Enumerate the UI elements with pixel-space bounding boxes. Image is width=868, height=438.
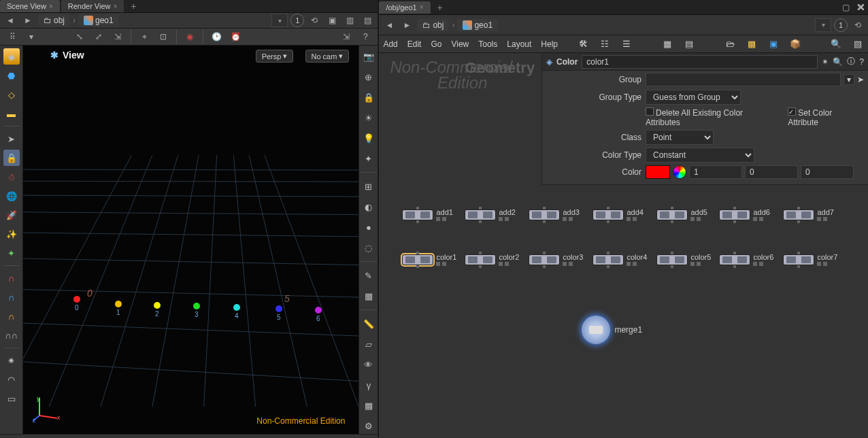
wireframe-icon[interactable]: ⊞ bbox=[361, 178, 377, 195]
node-flags[interactable] bbox=[436, 217, 452, 221]
hemisphere-icon[interactable]: ◠ bbox=[3, 371, 20, 388]
node-flags[interactable] bbox=[690, 217, 707, 221]
node-flags[interactable] bbox=[627, 217, 643, 221]
shaded-icon[interactable]: ◐ bbox=[361, 199, 377, 215]
record-icon[interactable]: ◉ bbox=[182, 29, 198, 45]
eye-icon[interactable]: 👁 bbox=[361, 356, 377, 373]
set-color-attr-checkbox[interactable]: Set Color Attribute bbox=[788, 107, 864, 127]
puppet-icon[interactable]: ☃ bbox=[3, 169, 20, 185]
handle-dd-icon[interactable]: ▾ bbox=[23, 29, 39, 45]
sel-object-icon[interactable]: ◆ bbox=[3, 48, 20, 65]
persp-dropdown[interactable]: Persp▾ bbox=[256, 50, 294, 63]
node-color7[interactable]: color7 bbox=[783, 253, 837, 266]
gear-icon[interactable]: ⚙ bbox=[361, 418, 377, 434]
node-body[interactable] bbox=[783, 209, 814, 220]
node-body[interactable] bbox=[402, 209, 433, 220]
stack-icon[interactable]: ▤ bbox=[360, 13, 375, 28]
menu-add[interactable]: Add bbox=[383, 39, 397, 49]
camera-icon[interactable]: 📷 bbox=[361, 48, 377, 65]
node-body[interactable] bbox=[465, 254, 496, 265]
node-name-input[interactable] bbox=[582, 55, 818, 69]
close-icon[interactable]: × bbox=[420, 3, 424, 11]
color-g-input[interactable] bbox=[745, 165, 798, 179]
layout-icon[interactable]: ▥ bbox=[342, 13, 357, 28]
delete-attrs-checkbox[interactable]: Delete All Existing Color Attributes bbox=[646, 107, 778, 127]
alarm-icon[interactable]: ⏰ bbox=[227, 29, 244, 45]
grid4-icon[interactable]: ▦ bbox=[661, 38, 673, 50]
nav-history-dropdown[interactable]: ▾ bbox=[271, 14, 288, 27]
search-icon[interactable]: 🔍 bbox=[833, 57, 843, 67]
sun-icon[interactable]: ☀ bbox=[361, 110, 377, 126]
magnet-blue-icon[interactable]: ∩ bbox=[3, 289, 20, 305]
node-flags[interactable] bbox=[499, 262, 519, 266]
nav-back-button[interactable]: ◄ bbox=[3, 13, 18, 28]
palette-icon[interactable]: ▧ bbox=[852, 38, 864, 50]
node-add6[interactable]: add6 bbox=[719, 208, 769, 221]
ruler-icon[interactable]: 📏 bbox=[361, 316, 377, 332]
pin-badge[interactable]: 1 bbox=[834, 18, 848, 32]
color-wheel-icon[interactable] bbox=[673, 165, 686, 179]
box-icon[interactable]: 📦 bbox=[789, 38, 801, 50]
node-body[interactable] bbox=[592, 254, 624, 265]
sel-points-icon[interactable]: ⬣ bbox=[3, 67, 20, 84]
node-add7[interactable]: add7 bbox=[783, 208, 833, 221]
menu-tools[interactable]: Tools bbox=[478, 39, 497, 49]
nav-fwd-button[interactable]: ► bbox=[20, 13, 35, 28]
node-body[interactable] bbox=[402, 254, 433, 265]
node-add5[interactable]: add5 bbox=[656, 208, 707, 221]
class-select[interactable]: Point bbox=[646, 130, 714, 145]
snap-options-icon[interactable]: ⌖ bbox=[136, 29, 152, 45]
select-group-icon[interactable]: ⇲ bbox=[110, 29, 126, 45]
rect-icon[interactable]: ▭ bbox=[3, 390, 20, 407]
menu-help[interactable]: Help bbox=[541, 39, 558, 49]
gear-icon[interactable]: ✴ bbox=[822, 57, 829, 67]
path-obj[interactable]: 🗀 obj bbox=[417, 19, 449, 31]
color-r-input[interactable] bbox=[689, 165, 742, 179]
list-icon[interactable]: ☰ bbox=[620, 38, 633, 50]
image-icon[interactable]: ▣ bbox=[767, 38, 780, 50]
path-obj[interactable]: 🗀 obj bbox=[38, 14, 70, 27]
spark-icon[interactable]: ✨ bbox=[3, 226, 20, 242]
maximize-icon[interactable]: ▢ bbox=[838, 0, 853, 15]
magnet-red-icon[interactable]: ∩ bbox=[3, 270, 20, 286]
menu-layout[interactable]: Layout bbox=[507, 39, 531, 49]
xray-icon[interactable]: ◌ bbox=[361, 239, 377, 256]
globe-icon[interactable]: 🌐 bbox=[3, 188, 20, 204]
folder-open-icon[interactable]: 🗁 bbox=[724, 38, 736, 50]
select-contained-icon[interactable]: ⤢ bbox=[90, 29, 107, 45]
node-add3[interactable]: add3 bbox=[529, 208, 579, 221]
node-add2[interactable]: add2 bbox=[465, 208, 515, 221]
lock-icon[interactable]: 🔒 bbox=[361, 89, 377, 105]
gamma-icon[interactable]: γ bbox=[361, 377, 377, 393]
close-icon[interactable]: × bbox=[49, 3, 53, 10]
rocket-icon[interactable]: 🚀 bbox=[3, 207, 20, 223]
node-body[interactable] bbox=[656, 209, 688, 220]
link-icon[interactable]: ⟲ bbox=[850, 18, 865, 33]
node-body[interactable] bbox=[719, 254, 750, 265]
grid2-icon[interactable]: ▤ bbox=[683, 38, 695, 50]
sel-edges-icon[interactable]: ◇ bbox=[3, 86, 20, 103]
tab-scene-view[interactable]: Scene View × bbox=[0, 0, 60, 12]
node-flags[interactable] bbox=[817, 262, 837, 266]
node-color1[interactable]: color1 bbox=[402, 253, 456, 266]
viewport-3d[interactable]: ✱ View Persp▾ No cam▾ 0 5 0123456 x y z bbox=[23, 46, 358, 434]
node-flags[interactable] bbox=[753, 217, 769, 221]
link-icon[interactable]: ⟲ bbox=[307, 13, 322, 28]
menu-view[interactable]: View bbox=[451, 39, 469, 49]
help-icon[interactable]: ? bbox=[357, 29, 373, 45]
close-panel-icon[interactable]: 🗙 bbox=[853, 0, 868, 15]
tree-icon[interactable]: ☷ bbox=[599, 38, 611, 50]
tab-network[interactable]: /obj/geo1 × bbox=[379, 1, 430, 14]
axis-icon[interactable]: ✦ bbox=[3, 245, 20, 261]
node-body[interactable] bbox=[592, 209, 624, 220]
camera-dropdown[interactable]: No cam▾ bbox=[305, 50, 350, 63]
node-flags[interactable] bbox=[436, 262, 456, 266]
node-body[interactable] bbox=[656, 254, 688, 265]
select-arrow-icon[interactable]: ➤ bbox=[857, 75, 864, 84]
expand-icon[interactable]: ⇲ bbox=[338, 29, 354, 45]
wrench-icon[interactable]: 🛠 bbox=[577, 38, 589, 50]
star-icon[interactable]: ✦ bbox=[361, 150, 377, 167]
node-color4[interactable]: color4 bbox=[592, 253, 647, 266]
path-geo1[interactable]: geo1 bbox=[78, 14, 119, 27]
clock-icon[interactable]: 🕑 bbox=[208, 29, 224, 45]
